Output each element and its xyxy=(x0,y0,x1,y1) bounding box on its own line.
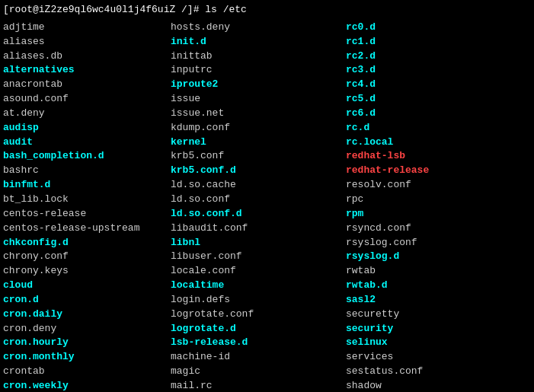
file-item: inittab xyxy=(171,49,346,64)
file-item: adjtime xyxy=(3,21,171,35)
file-item: rc4.d xyxy=(346,78,513,92)
file-item: mail.rc xyxy=(171,379,346,392)
file-item: rc2.d xyxy=(346,49,513,64)
file-item: rc6.d xyxy=(346,107,513,121)
file-item: centos-release xyxy=(3,207,171,221)
file-item: cron.weekly xyxy=(3,379,171,392)
file-item: chrony.keys xyxy=(3,264,171,279)
file-item: krb5.conf.d xyxy=(171,164,346,178)
file-item: asound.conf xyxy=(3,92,171,107)
file-item: rc0.d xyxy=(346,21,513,35)
file-item: localtime xyxy=(171,279,346,293)
file-item: selinux xyxy=(346,336,513,350)
file-item: rsyslog.d xyxy=(346,250,513,264)
file-item: shadow xyxy=(346,379,513,392)
file-item: chkconfig.d xyxy=(3,236,171,250)
file-item: at.deny xyxy=(3,107,171,121)
file-item: anacrontab xyxy=(3,78,171,92)
terminal-window: [root@iZ2ze9ql6wc4u0l1j4f6uiZ /]# ls /et… xyxy=(3,3,531,392)
file-item: cron.hourly xyxy=(3,336,171,350)
file-item: rpm xyxy=(346,207,513,221)
file-item: logrotate.d xyxy=(171,322,346,336)
file-item: init.d xyxy=(171,35,346,49)
file-item: kdump.conf xyxy=(171,121,346,135)
file-item: hosts.deny xyxy=(171,21,346,35)
file-item: audit xyxy=(3,135,171,150)
file-item: bt_lib.lock xyxy=(3,193,171,207)
file-item: lsb-release.d xyxy=(171,336,346,350)
file-item: cron.monthly xyxy=(3,350,171,365)
file-item: issue xyxy=(171,92,346,107)
file-item: ld.so.cache xyxy=(171,178,346,193)
file-item: issue.net xyxy=(171,107,346,121)
file-item: rc5.d xyxy=(346,92,513,107)
file-item: machine-id xyxy=(171,350,346,365)
file-item: rwtab xyxy=(346,264,513,279)
prompt-text: [root@iZ2ze9ql6wc4u0l1j4f6uiZ /]# ls /et… xyxy=(3,4,247,15)
file-item: cron.daily xyxy=(3,308,171,322)
file-item: rc.d xyxy=(346,121,513,135)
file-item: rpc xyxy=(346,193,513,207)
file-item: alternatives xyxy=(3,63,171,78)
file-item: bashrc xyxy=(3,164,171,178)
file-item: aliases.db xyxy=(3,49,171,64)
file-item: logrotate.conf xyxy=(171,308,346,322)
file-item: services xyxy=(346,350,513,365)
file-item: ld.so.conf xyxy=(171,193,346,207)
file-item: rsyncd.conf xyxy=(346,221,513,236)
file-item: magic xyxy=(171,365,346,379)
file-item: audisp xyxy=(3,121,171,135)
file-item: rc.local xyxy=(346,135,513,150)
file-item: login.defs xyxy=(171,293,346,308)
file-item: cron.d xyxy=(3,293,171,308)
file-item: krb5.conf xyxy=(171,149,346,164)
file-item: libuser.conf xyxy=(171,250,346,264)
file-item: locale.conf xyxy=(171,264,346,279)
file-item: kernel xyxy=(171,135,346,150)
file-item: centos-release-upstream xyxy=(3,221,171,236)
file-item: securetty xyxy=(346,308,513,322)
file-item: security xyxy=(346,322,513,336)
file-item: chrony.conf xyxy=(3,250,171,264)
file-item: libaudit.conf xyxy=(171,221,346,236)
file-item: rsyslog.conf xyxy=(346,236,513,250)
prompt-line: [root@iZ2ze9ql6wc4u0l1j4f6uiZ /]# ls /et… xyxy=(3,3,531,18)
file-item: sestatus.conf xyxy=(346,365,513,379)
file-item: sasl2 xyxy=(346,293,513,308)
file-item: rc1.d xyxy=(346,35,513,49)
file-item: cron.deny xyxy=(3,322,171,336)
file-item: resolv.conf xyxy=(346,178,513,193)
file-item: cloud xyxy=(3,279,171,293)
file-item: rc3.d xyxy=(346,63,513,78)
file-item: redhat-release xyxy=(346,164,513,178)
file-item: inputrc xyxy=(171,63,346,78)
file-listing: adjtimehosts.denyrc0.daliasesinit.drc1.d… xyxy=(3,21,531,392)
file-item: redhat-lsb xyxy=(346,149,513,164)
file-item: rwtab.d xyxy=(346,279,513,293)
file-item: aliases xyxy=(3,35,171,49)
file-item: iproute2 xyxy=(171,78,346,92)
file-item: binfmt.d xyxy=(3,178,171,193)
file-item: crontab xyxy=(3,365,171,379)
file-item: libnl xyxy=(171,236,346,250)
file-item: bash_completion.d xyxy=(3,149,171,164)
file-item: ld.so.conf.d xyxy=(171,207,346,221)
